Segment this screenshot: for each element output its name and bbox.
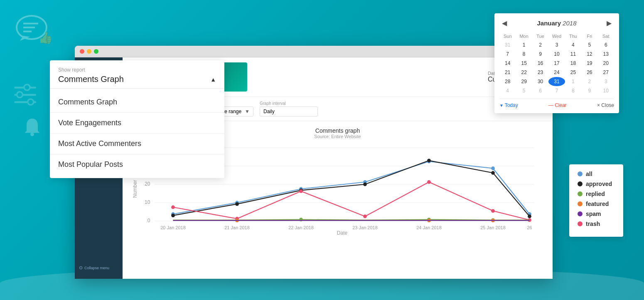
calendar-clear-btn[interactable]: Clear xyxy=(548,102,567,108)
legend-dot-featured xyxy=(578,201,583,206)
cal-header-tue: Tue xyxy=(532,32,548,40)
calendar-day[interactable]: 20 xyxy=(598,59,614,68)
dropdown-selected-value[interactable]: Comments Graph ▲ xyxy=(58,74,216,84)
calendar-day[interactable]: 21 xyxy=(499,68,516,77)
calendar-day[interactable]: 13 xyxy=(598,50,614,59)
calendar-day[interactable]: 8 xyxy=(565,86,581,95)
selected-report-text: Comments Graph xyxy=(58,74,124,84)
calendar-day[interactable]: 17 xyxy=(548,59,565,68)
calendar-day[interactable]: 15 xyxy=(516,59,532,68)
calendar-day[interactable]: 28 xyxy=(499,77,516,86)
calendar-day[interactable]: 10 xyxy=(598,86,614,95)
calendar-widget: ◀ January 2018 ▶ Sun Mon Tue Wed Thu Fri… xyxy=(494,13,619,113)
calendar-day[interactable]: 10 xyxy=(548,50,565,59)
calendar-day[interactable]: 30 xyxy=(532,77,548,86)
legend-dot-replied xyxy=(578,191,583,196)
calendar-day[interactable]: 9 xyxy=(532,50,548,59)
calendar-body: 3112345678910111213141516171819202122232… xyxy=(499,40,614,95)
calendar-day[interactable]: 5 xyxy=(516,86,532,95)
legend-dot-trash xyxy=(578,221,583,226)
calendar-day[interactable]: 7 xyxy=(499,50,516,59)
browser-dot-green xyxy=(94,49,98,54)
calendar-grid: Sun Mon Tue Wed Thu Fri Sat 311234567891… xyxy=(499,32,614,95)
cal-header-thu: Thu xyxy=(565,32,581,40)
svg-text:10: 10 xyxy=(145,199,150,205)
legend-panel: all approved replied featured spam trash xyxy=(569,164,623,237)
svg-text:20 Jan 2018: 20 Jan 2018 xyxy=(160,225,186,230)
svg-point-18 xyxy=(30,132,34,136)
svg-text:21 Jan 2018: 21 Jan 2018 xyxy=(224,225,250,230)
calendar-day[interactable]: 18 xyxy=(565,59,581,68)
cal-header-sat: Sat xyxy=(598,32,614,40)
collapse-menu[interactable]: ⊙ Collapse menu xyxy=(79,265,109,270)
legend-label-trash: trash xyxy=(586,221,600,227)
calendar-days-header: Sun Mon Tue Wed Thu Fri Sat xyxy=(499,32,614,40)
calendar-day[interactable]: 31 xyxy=(548,77,565,86)
calendar-today-btn[interactable]: Today xyxy=(499,102,518,108)
calendar-footer: Today Clear Close xyxy=(499,99,614,108)
cal-header-fri: Fri xyxy=(581,32,597,40)
calendar-day[interactable]: 7 xyxy=(548,86,565,95)
calendar-day[interactable]: 27 xyxy=(598,68,614,77)
legend-item-replied: replied xyxy=(578,191,615,197)
svg-text:0: 0 xyxy=(147,218,150,223)
calendar-day[interactable]: 31 xyxy=(499,40,516,50)
dropdown-item-comments-graph[interactable]: Comments Graph xyxy=(50,92,224,113)
svg-text:22 Jan 2018: 22 Jan 2018 xyxy=(288,225,314,230)
calendar-day[interactable]: 1 xyxy=(516,40,532,50)
svg-text:25 Jan 2018: 25 Jan 2018 xyxy=(480,225,506,230)
calendar-day[interactable]: 29 xyxy=(516,77,532,86)
dropdown-arrow-icon: ▲ xyxy=(210,76,216,83)
calendar-day[interactable]: 12 xyxy=(581,50,597,59)
svg-text:Date: Date xyxy=(337,230,348,235)
calendar-next-btn[interactable]: ▶ xyxy=(604,18,614,28)
calendar-day[interactable]: 2 xyxy=(532,40,548,50)
calendar-prev-btn[interactable]: ◀ xyxy=(499,18,509,28)
calendar-day[interactable]: 1 xyxy=(565,77,581,86)
calendar-day[interactable]: 26 xyxy=(581,68,597,77)
legend-label-spam: spam xyxy=(586,211,601,217)
calendar-day[interactable]: 8 xyxy=(516,50,532,59)
calendar-day[interactable]: 14 xyxy=(499,59,516,68)
dropdown-item-most-popular-posts[interactable]: Most Popular Posts xyxy=(50,154,224,175)
svg-point-46 xyxy=(235,202,239,206)
calendar-day[interactable]: 11 xyxy=(565,50,581,59)
svg-point-17 xyxy=(28,99,34,105)
svg-point-51 xyxy=(528,215,531,218)
dropdown-item-vote-engagements[interactable]: Vote Engagements xyxy=(50,113,224,134)
bell-icon-bg xyxy=(23,117,42,139)
dropdown-item-most-active-commenters[interactable]: Most Active Commenters xyxy=(50,134,224,154)
graph-interval-select[interactable]: Daily xyxy=(260,107,318,117)
svg-point-54 xyxy=(299,189,303,193)
calendar-day[interactable]: 16 xyxy=(532,59,548,68)
date-interval-arrow: ▼ xyxy=(245,109,250,114)
chat-icon-bg: 👍 xyxy=(12,12,54,46)
calendar-day[interactable]: 2 xyxy=(581,77,597,86)
cal-header-wed: Wed xyxy=(548,32,565,40)
calendar-day[interactable]: 6 xyxy=(598,40,614,50)
legend-label-replied: replied xyxy=(586,191,605,197)
cal-header-sun: Sun xyxy=(499,32,516,40)
legend-item-spam: spam xyxy=(578,211,615,217)
calendar-week: 28293031123 xyxy=(499,77,614,86)
calendar-day[interactable]: 24 xyxy=(548,68,565,77)
calendar-day[interactable]: 5 xyxy=(581,40,597,50)
legend-item-featured: featured xyxy=(578,201,615,207)
calendar-day[interactable]: 25 xyxy=(565,68,581,77)
calendar-month: January xyxy=(537,20,561,27)
calendar-day[interactable]: 4 xyxy=(565,40,581,50)
calendar-day[interactable]: 19 xyxy=(581,59,597,68)
browser-dot-red xyxy=(80,49,84,54)
calendar-day[interactable]: 23 xyxy=(532,68,548,77)
svg-text:23 Jan 2018: 23 Jan 2018 xyxy=(352,225,378,230)
calendar-day[interactable]: 4 xyxy=(499,86,516,95)
calendar-day[interactable]: 9 xyxy=(581,86,597,95)
calendar-day[interactable]: 22 xyxy=(516,68,532,77)
svg-text:26: 26 xyxy=(527,225,532,230)
show-report-label: Show report xyxy=(58,67,216,73)
calendar-day[interactable]: 3 xyxy=(548,40,565,50)
calendar-close-btn[interactable]: Close xyxy=(597,102,614,108)
calendar-day[interactable]: 3 xyxy=(598,77,614,86)
legend-dot-all xyxy=(578,171,583,176)
calendar-day[interactable]: 6 xyxy=(532,86,548,95)
